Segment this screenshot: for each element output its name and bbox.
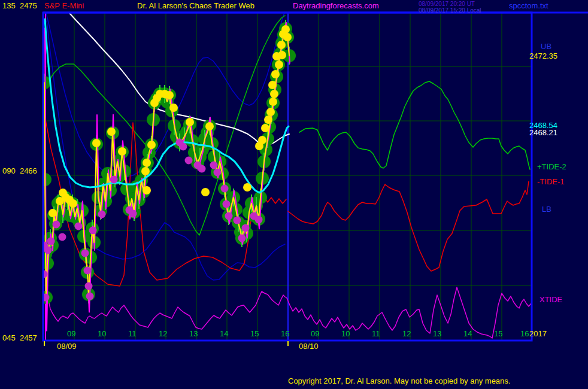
x-axis-hour-label: 11: [372, 330, 380, 338]
x-axis-hour-label: 10: [98, 330, 106, 338]
left-scale-top-label: 135 2475: [2, 2, 37, 10]
symbol-label: S&P E-Mini: [44, 2, 84, 10]
timestamp-ut: 08/09/2017 20:20 UT: [419, 1, 475, 7]
x-axis-hour-label: 16: [520, 330, 529, 338]
x-axis-hour-label: 16: [281, 330, 289, 338]
legend-minus-tide1: -TIDE-1: [537, 178, 565, 186]
price-range-bars: [44, 20, 289, 303]
x-axis-hour-label: 14: [463, 330, 472, 338]
x-axis-hour-label: 12: [402, 330, 411, 338]
x-axis-date-day1: 08/09: [57, 342, 77, 351]
page-title: Dr. Al Larson's Chaos Trader Web: [137, 2, 254, 10]
price-blobs: [38, 22, 296, 304]
x-axis-hour-label: 14: [220, 330, 228, 338]
x-axis-hour-label: 13: [433, 330, 441, 338]
y-axis-label-2457: 045 2457: [2, 334, 37, 342]
y-axis-label-2466: 090 2466: [2, 167, 37, 175]
last-price-value: 2472.35: [529, 52, 557, 60]
price-pivot-line: [45, 23, 290, 331]
tide1-red-day2: [288, 181, 529, 271]
x-axis-date-day2: 08/10: [299, 342, 319, 351]
x-axis-hour-label: 12: [159, 330, 167, 338]
x-axis-hour-label: 09: [67, 330, 75, 338]
x-axis-hour-label: 15: [494, 330, 502, 338]
tide2-green-day2: [299, 81, 530, 169]
site-link[interactable]: Daytradingforecasts.com: [293, 2, 379, 10]
x-axis-hour-label: 11: [128, 330, 137, 338]
data-file-label: spcctom.txt: [509, 2, 548, 10]
timestamp-local: 08/09/2017 15:20 Local: [419, 7, 481, 14]
year-label: 2017: [529, 330, 547, 338]
legend-plus-tide2: +TIDE-2: [537, 163, 566, 171]
legend-upper-band: UB: [541, 42, 551, 51]
x-axis-hour-label: 13: [189, 330, 198, 338]
copyright-notice: Copyright 2017, Dr. Al Larson. May not b…: [288, 377, 510, 385]
chaos-trader-chart-page: 135 2475 S&P E-Mini Dr. Al Larson's Chao…: [0, 0, 588, 389]
white-ma-value: 2468.21: [529, 129, 557, 137]
plot-area: [38, 11, 532, 341]
x-axis-hour-label: 09: [311, 330, 319, 338]
x-axis-hour-label: 10: [341, 330, 350, 338]
legend-xtide: XTIDE: [539, 296, 562, 304]
x-axis-hour-label: 15: [250, 330, 259, 338]
legend-lower-band: LB: [542, 205, 551, 214]
